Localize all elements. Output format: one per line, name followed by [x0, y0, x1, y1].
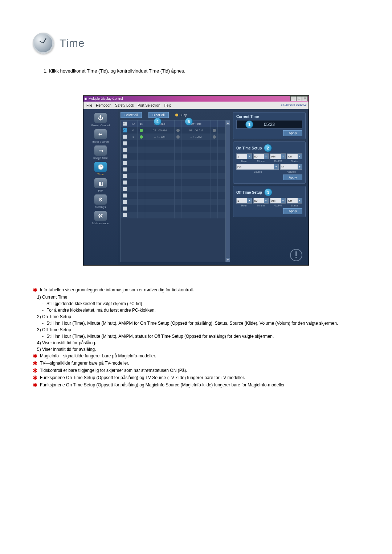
table-row[interactable]: 002 : 00 AM03 : 00 AM	[121, 127, 225, 134]
svg-rect-2	[295, 257, 297, 258]
off-hour-select[interactable]: 1▾	[236, 198, 252, 204]
sidebar-item-input-source[interactable]: ↩Input Source	[83, 129, 118, 143]
on-minute-select[interactable]: 00▾	[253, 153, 269, 159]
table-row[interactable]	[121, 199, 225, 205]
off-status-select[interactable]: Off▾	[287, 198, 303, 204]
close-icon[interactable]: ✕	[302, 96, 308, 101]
current-time-panel: Current Time 1 05:23 Apply	[233, 112, 306, 139]
note-4: 4) Viser innstilt tid for påslåing.	[37, 340, 359, 345]
intro-text: 1. Klikk hovedikonet Time (Tid), og kont…	[44, 68, 359, 74]
off-ampm-select[interactable]: AM▾	[270, 198, 286, 204]
apply-current-time-button[interactable]: Apply	[283, 130, 302, 136]
table-row[interactable]	[121, 173, 225, 179]
table-row[interactable]	[121, 205, 225, 212]
note-text: MagicInfo—signalkilde fungerer bare på M…	[40, 353, 156, 358]
star-icon: ✱	[33, 287, 38, 293]
table-row[interactable]	[121, 166, 225, 173]
note-2-title: 2) On Time Setup	[37, 314, 359, 319]
star-icon: ✱	[33, 382, 38, 388]
page-title: Time	[60, 37, 85, 49]
note-1-title: 1) Current Time	[37, 295, 359, 300]
on-status-select[interactable]: Off▾	[287, 153, 303, 159]
note-5: 5) Viser innstilt tid for avslåing.	[37, 347, 359, 352]
off-time-setup-panel: Off Time Setup 3 1▾ 00▾ AM▾ Off▾ Hour Mi…	[233, 186, 306, 217]
note-text: Still inn Hour (Time), Minute (Minutt), …	[46, 334, 274, 339]
note-text: Tidskontroll er bare tilgjengelig for sk…	[40, 368, 187, 373]
col-st1	[175, 120, 181, 127]
marker-4: 4	[154, 118, 162, 126]
notes-section: ✱Info-tabellen viser grunnleggende infor…	[33, 287, 359, 388]
col-st2	[211, 120, 218, 127]
brand-label: SAMSUNG DIGITall	[281, 104, 306, 107]
menu-file[interactable]: File	[86, 103, 92, 107]
apply-off-time-button[interactable]: Apply	[283, 208, 302, 214]
note-text: Funksjonene On Time Setup (Oppsett for p…	[40, 382, 286, 387]
menu-portselection[interactable]: Port Selection	[138, 103, 160, 107]
on-source-select[interactable]: PC▾	[236, 164, 279, 170]
note-text: Funksjonene On Time Setup (Oppsett for p…	[40, 375, 245, 380]
scroll-down-icon[interactable]: ▼	[226, 257, 230, 262]
on-time-title: On Time Setup	[236, 146, 262, 150]
star-icon: ✱	[33, 375, 38, 381]
marker-2: 2	[264, 144, 272, 152]
table-row[interactable]	[121, 186, 225, 192]
current-time-value: 05:23	[264, 122, 275, 127]
menu-remocon[interactable]: Remocon	[96, 103, 111, 107]
table-row[interactable]	[121, 160, 225, 166]
busy-indicator: Busy	[175, 113, 187, 117]
sidebar-item-maintenance[interactable]: 🛠Maintenance	[83, 211, 118, 225]
app-icon: ▣	[84, 97, 87, 100]
table-row[interactable]	[121, 192, 225, 199]
note-text: TV—signalkilde fungerer bare på TV-model…	[40, 361, 129, 366]
table-row[interactable]	[121, 153, 225, 160]
star-icon: ✱	[33, 361, 38, 366]
note-text: Still inn Hour (Time), Minute (Minutt), …	[46, 321, 338, 326]
window-titlebar: ▣ Multiple Display Control _ ▭ ✕	[83, 96, 309, 102]
scroll-up-icon[interactable]: ▲	[226, 120, 230, 125]
grid-scrollbar[interactable]: ▲ ▼	[226, 120, 230, 262]
sidebar-item-pip[interactable]: ◧PIP	[83, 178, 118, 192]
app-screenshot: ▣ Multiple Display Control _ ▭ ✕ File Re…	[83, 95, 309, 266]
marker-1: 1	[245, 120, 253, 128]
note-text: Info-tabellen viser grunnleggende inform…	[40, 287, 194, 292]
table-row[interactable]	[121, 212, 225, 218]
table-row[interactable]	[121, 140, 225, 147]
select-all-button[interactable]: Select All	[121, 112, 142, 118]
sidebar-item-image-size[interactable]: ▭Image Size	[83, 145, 118, 160]
table-row[interactable]: 1-- : -- AM-- : -- AM	[121, 134, 225, 140]
col-id: ID	[129, 120, 138, 127]
menu-safetylock[interactable]: Safety Lock	[115, 103, 134, 107]
table-row[interactable]	[121, 179, 225, 186]
note-text: Still gjeldende klokkeslett for valgt sk…	[46, 301, 142, 306]
col-check	[121, 120, 129, 127]
on-hour-select[interactable]: 1▾	[236, 153, 252, 159]
apply-on-time-button[interactable]: Apply	[283, 175, 302, 180]
on-volume-select[interactable]: 10▾	[280, 164, 302, 170]
svg-rect-1	[295, 251, 297, 256]
maximize-icon[interactable]: ▭	[296, 96, 302, 101]
note-text: For å endre klokkeslettet, må du først e…	[46, 308, 156, 313]
star-icon: ✱	[33, 368, 38, 374]
marker-5: 5	[185, 118, 193, 126]
window-title: Multiple Display Control	[89, 97, 123, 100]
current-time-title: Current Time	[236, 115, 259, 119]
note-3-title: 3) Off Time Setup	[37, 327, 359, 332]
off-minute-select[interactable]: 00▾	[253, 198, 269, 204]
sidebar-item-power-control[interactable]: ⏻Power Control	[83, 113, 118, 127]
on-ampm-select[interactable]: AM▾	[270, 153, 286, 159]
off-time-title: Off Time Setup	[236, 190, 262, 194]
sidebar: ⏻Power Control ↩Input Source ▭Image Size…	[83, 109, 118, 265]
warning-icon	[289, 248, 303, 262]
col-status: ◐	[138, 120, 145, 127]
sidebar-item-time[interactable]: 🕑Time	[83, 162, 118, 176]
sidebar-item-settings[interactable]: ⚙Settings	[83, 194, 118, 209]
star-icon: ✱	[33, 353, 38, 359]
menu-bar: File Remocon Safety Lock Port Selection …	[83, 102, 309, 109]
display-grid: 4 5 ID ◐ On Time Off Time 0	[121, 120, 226, 262]
clear-all-button[interactable]: Clear All	[148, 112, 169, 118]
on-time-setup-panel: On Time Setup 2 1▾ 00▾ AM▾ Off▾ Hour Min…	[233, 141, 306, 184]
marker-3: 3	[264, 188, 272, 196]
minimize-icon[interactable]: _	[290, 96, 296, 101]
table-row[interactable]	[121, 147, 225, 153]
menu-help[interactable]: Help	[164, 103, 171, 107]
